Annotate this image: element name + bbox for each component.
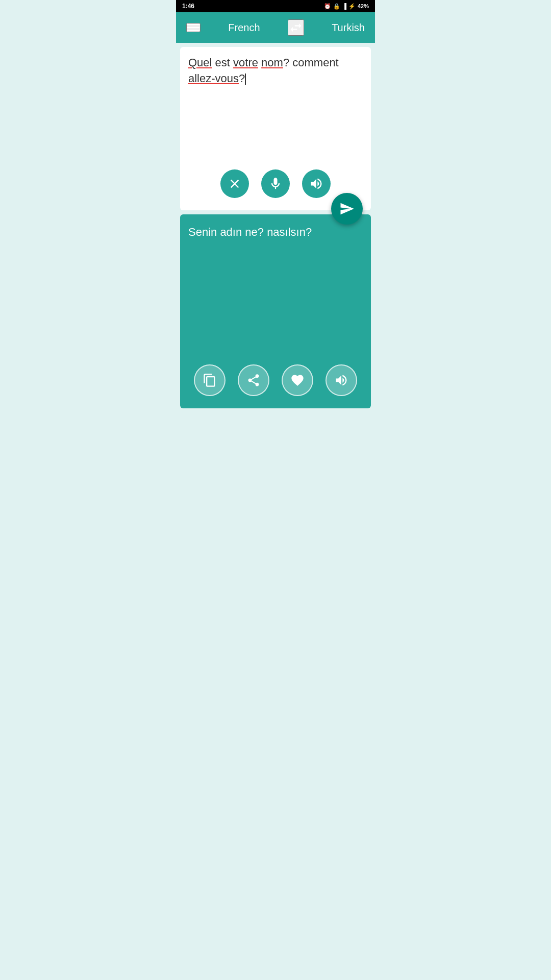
clear-button[interactable] <box>220 169 249 198</box>
spellcheck-word-votre: votre <box>233 56 258 69</box>
favorite-button[interactable] <box>282 364 313 396</box>
translate-button[interactable] <box>331 193 363 225</box>
volume-output-icon <box>334 373 348 387</box>
send-icon <box>339 201 355 216</box>
speaker-output-button[interactable] <box>325 364 357 396</box>
copy-icon <box>203 373 217 387</box>
microphone-icon <box>268 177 283 191</box>
signal-icon: ▐ <box>342 3 346 9</box>
translated-text: Senin adın ne? nasılsın? <box>188 225 363 358</box>
close-icon <box>228 177 242 191</box>
spellcheck-word-nom: nom <box>261 56 283 69</box>
output-controls <box>188 364 363 400</box>
target-language[interactable]: Turkish <box>332 22 365 34</box>
share-icon <box>246 373 261 387</box>
spellcheck-word-allez: allez-vous <box>188 72 239 85</box>
copy-button[interactable] <box>194 364 226 396</box>
text-cursor <box>245 74 246 85</box>
hamburger-line <box>187 30 199 31</box>
charging-icon: ⚡ <box>348 3 356 10</box>
spellcheck-word-quel: Quel <box>188 56 212 69</box>
status-icons: ⏰ 🔒 ▐ ⚡ 42% <box>324 3 369 10</box>
share-button[interactable] <box>238 364 269 396</box>
toolbar: French Turkish <box>176 12 375 43</box>
volume-icon <box>309 177 323 191</box>
input-area: Quel est votre nom? comment allez-vous? <box>180 47 371 210</box>
battery-level: 42% <box>358 3 369 9</box>
output-area: Senin adın ne? nasılsın? <box>180 214 371 408</box>
sim-icon: 🔒 <box>333 3 340 10</box>
menu-button[interactable] <box>186 23 201 32</box>
swap-languages-button[interactable] <box>288 19 304 36</box>
speaker-input-button[interactable] <box>302 169 331 198</box>
heart-icon <box>290 373 305 387</box>
status-bar: 1:46 ⏰ 🔒 ▐ ⚡ 42% <box>176 0 375 12</box>
microphone-button[interactable] <box>261 169 290 198</box>
hamburger-line <box>187 27 199 28</box>
swap-icon <box>289 20 303 35</box>
hamburger-line <box>187 24 199 25</box>
status-time: 1:46 <box>182 3 194 10</box>
source-text-input[interactable]: Quel est votre nom? comment allez-vous? <box>188 55 363 163</box>
alarm-icon: ⏰ <box>324 3 331 10</box>
source-language[interactable]: French <box>228 22 260 34</box>
